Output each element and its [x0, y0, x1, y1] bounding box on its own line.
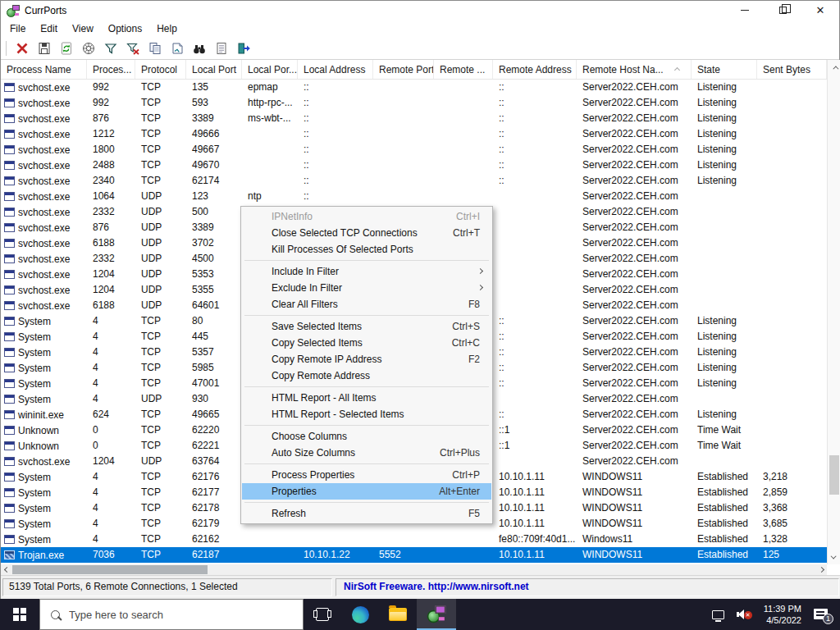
- file-explorer-button[interactable]: [379, 599, 417, 630]
- column-header[interactable]: Local Por...: [242, 60, 298, 79]
- table-cell: System: [1, 469, 87, 485]
- column-header[interactable]: Local Address: [298, 60, 373, 79]
- table-cell: TCP: [135, 345, 186, 360]
- vertical-scroll-thumb[interactable]: [829, 455, 839, 495]
- table-cell: epmap: [242, 80, 298, 95]
- scroll-right-icon[interactable]: [815, 564, 827, 575]
- process-icon: [4, 519, 15, 528]
- context-menu-item-html-report-all-items[interactable]: HTML Report - All Items: [242, 390, 491, 406]
- save-icon[interactable]: [36, 41, 52, 57]
- html-report-icon[interactable]: [213, 41, 230, 57]
- menu-item-label: Include In Filter: [272, 263, 339, 280]
- table-row[interactable]: svchost.exe2488TCP49670::::Server2022.CE…: [1, 158, 827, 173]
- table-row[interactable]: Trojan.exe7036TCP6218710.10.1.22555210.1…: [1, 547, 827, 563]
- table-cell: [757, 267, 827, 282]
- table-row[interactable]: svchost.exe1064UDP123ntp::Server2022.CEH…: [1, 189, 827, 204]
- horizontal-scrollbar[interactable]: [1, 564, 827, 575]
- context-menu-item-copy-selected-items[interactable]: Copy Selected ItemsCtrl+C: [242, 335, 491, 351]
- table-cell: Unknown: [1, 438, 87, 454]
- scroll-left-icon[interactable]: [1, 564, 12, 575]
- table-cell: WINDOWS11: [577, 516, 692, 532]
- edge-button[interactable]: [341, 599, 379, 630]
- table-cell: System: [1, 485, 87, 500]
- context-menu-item-save-selected-items[interactable]: Save Selected ItemsCtrl+S: [242, 318, 491, 335]
- context-menu-item-include-in-filter[interactable]: Include In Filter: [242, 263, 491, 280]
- menu-help[interactable]: Help: [149, 21, 185, 37]
- table-cell: fe80::709f:40d1...: [493, 532, 577, 547]
- table-row[interactable]: svchost.exe1800TCP49667::::Server2022.CE…: [1, 142, 827, 158]
- properties-icon[interactable]: [169, 41, 185, 57]
- task-view-button[interactable]: [304, 599, 341, 630]
- restore-button[interactable]: [764, 1, 801, 20]
- table-cell: 10.10.1.22: [298, 547, 373, 563]
- vertical-scrollbar[interactable]: [827, 60, 840, 564]
- context-menu-item-copy-remote-address[interactable]: Copy Remote Address: [242, 368, 491, 384]
- horizontal-scroll-thumb[interactable]: [12, 565, 208, 574]
- notification-button[interactable]: 1: [814, 608, 830, 621]
- network-icon[interactable]: [712, 610, 724, 619]
- start-button[interactable]: [0, 599, 39, 630]
- refresh-icon[interactable]: [58, 41, 75, 57]
- context-menu-item-ipnetinfo[interactable]: IPNetInfoCtrl+I: [242, 208, 491, 225]
- context-menu-item-properties[interactable]: PropertiesAlt+Enter: [242, 483, 491, 500]
- table-row[interactable]: svchost.exe1212TCP49666::::Server2022.CE…: [1, 126, 827, 142]
- menu-file[interactable]: File: [2, 21, 33, 37]
- table-cell: svchost.exe: [1, 204, 87, 220]
- filter-icon[interactable]: [103, 41, 119, 57]
- menu-options[interactable]: Options: [101, 21, 149, 37]
- table-cell: 2,859: [757, 485, 827, 500]
- table-row[interactable]: svchost.exe992TCP593http-rpc-...::::Serv…: [1, 95, 827, 111]
- close-button[interactable]: ✕: [801, 1, 839, 20]
- context-menu-item-clear-all-filters[interactable]: Clear All FiltersF8: [242, 296, 491, 313]
- scroll-up-icon[interactable]: [828, 62, 840, 73]
- column-header[interactable]: Sent Bytes: [757, 60, 827, 79]
- context-menu-item-refresh[interactable]: RefreshF5: [242, 505, 491, 522]
- close-connection-icon[interactable]: [14, 41, 30, 57]
- search-input[interactable]: [69, 609, 266, 621]
- context-menu-item-html-report-selected-items[interactable]: HTML Report - Selected Items: [242, 406, 491, 422]
- table-row[interactable]: svchost.exe992TCP135epmap::::Server2022.…: [1, 80, 827, 95]
- exit-icon[interactable]: [235, 41, 252, 57]
- clear-filter-icon[interactable]: [125, 41, 141, 57]
- context-menu-item-exclude-in-filter[interactable]: Exclude In Filter: [242, 280, 491, 296]
- taskbar-clock[interactable]: 11:39 PM 4/5/2022: [764, 603, 801, 626]
- context-menu-item-copy-remote-ip-address[interactable]: Copy Remote IP AddressF2: [242, 351, 491, 368]
- table-row[interactable]: System4TCP62162fe80::709f:40d1...Windows…: [1, 532, 827, 547]
- column-header[interactable]: Remote Port: [373, 60, 434, 79]
- column-header[interactable]: Remote Host Na...: [577, 60, 692, 79]
- context-menu-item-choose-columns[interactable]: Choose Columns: [242, 428, 491, 445]
- scroll-down-icon[interactable]: [828, 551, 840, 563]
- table-cell: Established: [692, 547, 757, 563]
- currports-taskbar-button[interactable]: [417, 599, 456, 630]
- menu-view[interactable]: View: [65, 21, 101, 37]
- column-header[interactable]: Proces...: [87, 60, 135, 79]
- column-header[interactable]: Remote Address: [493, 60, 577, 79]
- context-menu-item-close-selected-tcp-connections[interactable]: Close Selected TCP ConnectionsCtrl+T: [242, 225, 491, 241]
- taskbar-search[interactable]: [39, 599, 304, 630]
- table-row[interactable]: svchost.exe876TCP3389ms-wbt-...::::Serve…: [1, 111, 827, 126]
- context-menu-item-process-properties[interactable]: Process PropertiesCtrl+P: [242, 467, 491, 483]
- table-row[interactable]: svchost.exe2340TCP62174::::Server2022.CE…: [1, 173, 827, 189]
- column-header[interactable]: Remote ...: [434, 60, 493, 79]
- currports-app-icon: [7, 4, 20, 17]
- statusbar-nirsoft-link[interactable]: NirSoft Freeware. http://www.nirsoft.net: [336, 578, 839, 596]
- menu-edit[interactable]: Edit: [33, 21, 65, 37]
- table-cell: TCP: [135, 547, 186, 563]
- minimize-button[interactable]: [726, 1, 764, 20]
- copy-icon[interactable]: [147, 41, 163, 57]
- column-header[interactable]: State: [692, 60, 757, 79]
- table-cell: UDP: [135, 282, 186, 298]
- column-header[interactable]: Process Name: [1, 60, 87, 79]
- table-cell: TCP: [135, 360, 186, 376]
- table-cell: [434, 95, 493, 111]
- column-header[interactable]: Protocol: [135, 60, 186, 79]
- find-icon[interactable]: [191, 41, 208, 57]
- context-menu-item-auto-size-columns[interactable]: Auto Size ColumnsCtrl+Plus: [242, 445, 491, 461]
- table-cell: 4: [87, 532, 135, 547]
- ipnetinfo-icon[interactable]: [80, 41, 97, 57]
- column-header[interactable]: Local Port: [186, 60, 242, 79]
- table-cell: Established: [692, 532, 757, 547]
- volume-muted-icon[interactable]: ✕: [737, 609, 751, 620]
- context-menu-item-kill-processes-of-selected-ports[interactable]: Kill Processes Of Selected Ports: [242, 241, 491, 258]
- table-cell: ::1: [493, 422, 577, 438]
